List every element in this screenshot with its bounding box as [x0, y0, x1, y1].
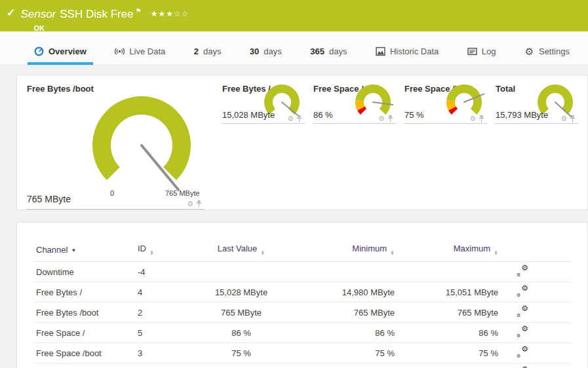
- cell-maximum: 15,816 MByte: [397, 363, 501, 368]
- gauge-gear-icon[interactable]: ⚙: [378, 115, 385, 122]
- column-header-maximum[interactable]: Maximum▲▼: [397, 241, 501, 262]
- cell-last-value: [195, 262, 287, 282]
- gauge-block-free-bytes: Free Bytes /15,028 MByte ⚙: [222, 83, 305, 124]
- sensor-status-header: ✓ SensorSSH Disk Free⚑★★★☆☆ OK: [0, 0, 588, 31]
- tab-number: 2: [194, 46, 199, 56]
- gauge-block-free-space: Free Space /86 % ⚙: [313, 83, 396, 124]
- tab-365-days[interactable]: 365days: [304, 41, 353, 65]
- column-header-last-value[interactable]: Last Value▲▼: [195, 241, 287, 262]
- cell-maximum: 15,051 MByte: [397, 282, 501, 303]
- cell-settings: ⚙⚙: [501, 282, 571, 303]
- gauge-scale-min: 0: [110, 189, 114, 197]
- channel-settings-icon[interactable]: ⚙⚙: [517, 306, 528, 316]
- cell-last-value: 75 %: [195, 343, 287, 363]
- column-header-minimum[interactable]: Minimum▲▼: [287, 241, 397, 262]
- settings-gear-icon: ⚙: [524, 46, 534, 56]
- cell-channel: Total: [33, 363, 135, 368]
- cell-settings: ⚙⚙: [501, 262, 571, 282]
- cell-minimum: 765 MByte: [287, 303, 397, 323]
- tab-label: Historic Data: [390, 46, 439, 56]
- table-row: Total-115,793 MByte< 0.01 MByte15,816 MB…: [33, 363, 571, 368]
- tab-30-days[interactable]: 30days: [243, 41, 288, 65]
- cell-maximum: [397, 262, 501, 282]
- table-row: Free Bytes /boot2765 MByte765 MByte765 M…: [33, 303, 571, 323]
- table-row: Downtime-4⚙⚙: [33, 262, 571, 282]
- cell-id: -4: [135, 262, 195, 282]
- sort-desc-icon: ▼: [71, 248, 76, 253]
- gauge-pin-icon[interactable]: [387, 115, 393, 122]
- tab-label: days: [329, 46, 347, 56]
- gauge-block-total: Total15,793 MByte ⚙: [495, 83, 578, 124]
- tab-label: Settings: [539, 46, 570, 56]
- sensor-type-label: Sensor: [20, 8, 56, 20]
- gauge-gear-icon[interactable]: ⚙: [187, 200, 193, 208]
- sort-icon: ▲▼: [390, 250, 395, 255]
- gauge-scale-max: 765 MByte: [165, 189, 200, 197]
- gauge-title: Total: [496, 84, 515, 94]
- cell-minimum: 14,980 MByte: [287, 282, 397, 303]
- cell-maximum: 765 MByte: [397, 303, 501, 323]
- cell-minimum: 75 %: [287, 343, 397, 363]
- gauges-panel: Free Bytes /boot 0 765 MByte 765 MByte ⚙…: [16, 75, 588, 210]
- column-header-id[interactable]: ID▲▼: [135, 241, 195, 262]
- cell-minimum: < 0.01 MByte: [287, 363, 397, 368]
- gauge-value: 15,028 MByte: [222, 110, 275, 120]
- tab-log[interactable]: Log: [461, 41, 503, 65]
- main-gauge-actions: ⚙: [187, 200, 202, 208]
- column-header-channel[interactable]: Channel▼: [33, 241, 135, 262]
- gauge-pin-icon[interactable]: [479, 115, 484, 122]
- gauge-value: 15,793 MByte: [496, 110, 548, 120]
- tab-label: Overview: [49, 46, 87, 56]
- gauge-pin-icon[interactable]: [296, 115, 302, 122]
- column-header-settings: [501, 241, 571, 262]
- gauge-actions: ⚙: [378, 115, 393, 122]
- sort-icon: ▲▼: [149, 250, 154, 255]
- gauge-icon: [34, 46, 44, 56]
- cell-last-value: 86 %: [195, 323, 287, 343]
- table-row: Free Space /boot375 %75 %75 %⚙⚙: [33, 343, 571, 363]
- main-gauge-value: 765 MByte: [27, 194, 71, 204]
- cell-id: 4: [135, 282, 195, 303]
- tab-settings[interactable]: ⚙Settings: [518, 41, 576, 65]
- cell-id: -1: [135, 363, 195, 368]
- cell-settings: ⚙⚙: [501, 363, 571, 368]
- historic-data-icon: [376, 46, 385, 56]
- tab-2-days[interactable]: 2days: [187, 41, 228, 65]
- cell-settings: ⚙⚙: [501, 323, 571, 343]
- cell-channel: Free Bytes /boot: [33, 303, 135, 323]
- channels-panel: Channel▼ID▲▼Last Value▲▼Minimum▲▼Maximum…: [16, 222, 588, 368]
- gauge-block-free-space-boot: Free Space /boot75 % ⚙: [404, 83, 487, 124]
- channel-settings-icon[interactable]: ⚙⚙: [517, 286, 528, 296]
- page-title: SensorSSH Disk Free⚑★★★☆☆: [20, 5, 189, 22]
- tab-label: days: [203, 46, 221, 56]
- cell-settings: ⚙⚙: [501, 303, 571, 323]
- ok-check-icon: ✓: [7, 7, 15, 19]
- channel-settings-icon[interactable]: ⚙⚙: [517, 327, 528, 337]
- channel-settings-icon[interactable]: ⚙⚙: [517, 266, 528, 276]
- gauge-value: 86 %: [313, 110, 333, 120]
- gauge-gear-icon[interactable]: ⚙: [469, 115, 476, 122]
- sort-icon: ▲▼: [260, 250, 265, 255]
- gauge-pin-icon[interactable]: [196, 200, 202, 208]
- gauge-gear-icon[interactable]: ⚙: [560, 115, 567, 122]
- tab-number: 30: [250, 46, 259, 56]
- cell-id: 2: [135, 303, 195, 323]
- tab-label: days: [264, 46, 281, 56]
- gauge-actions: ⚙: [287, 115, 302, 122]
- gauge-value: 75 %: [404, 110, 424, 120]
- tab-overview[interactable]: Overview: [28, 41, 93, 65]
- priority-stars[interactable]: ★★★☆☆: [151, 7, 189, 20]
- tab-historic-data[interactable]: Historic Data: [369, 41, 445, 65]
- gauge-gear-icon[interactable]: ⚙: [287, 115, 294, 122]
- cell-channel: Free Bytes /: [33, 282, 135, 303]
- channel-settings-icon[interactable]: ⚙⚙: [517, 347, 528, 357]
- main-gauge-block: Free Bytes /boot 0 765 MByte 765 MByte ⚙: [26, 83, 205, 210]
- gauge-pin-icon[interactable]: [570, 115, 576, 122]
- cell-id: 5: [135, 323, 195, 343]
- tab-label: Log: [482, 46, 496, 56]
- table-row: Free Space /586 %86 %86 %⚙⚙: [33, 323, 571, 343]
- sort-icon: ▲▼: [494, 250, 498, 255]
- channels-table: Channel▼ID▲▼Last Value▲▼Minimum▲▼Maximum…: [33, 241, 571, 368]
- tab-live-data[interactable]: Live Data: [108, 41, 172, 65]
- cell-maximum: 86 %: [397, 323, 501, 343]
